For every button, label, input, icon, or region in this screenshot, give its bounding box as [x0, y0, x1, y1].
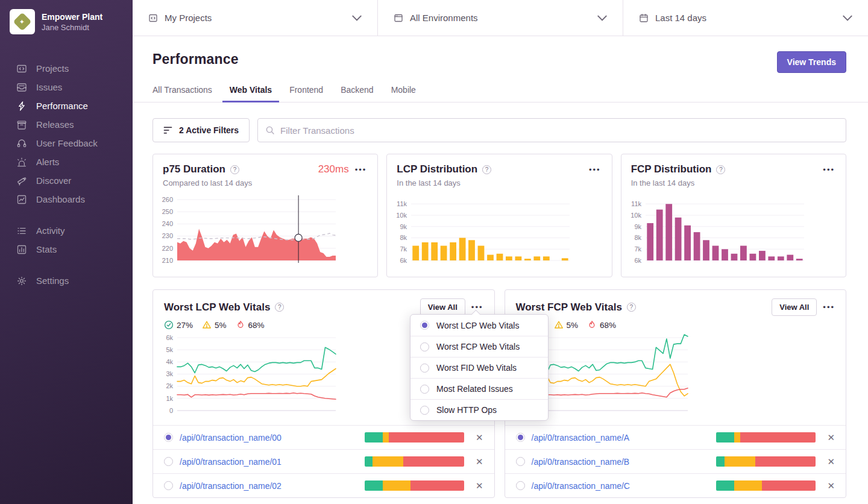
global-filter-last-14-days[interactable]: Last 14 days	[623, 0, 868, 36]
help-icon[interactable]: ?	[716, 165, 725, 174]
vital-badge: 5%	[554, 320, 579, 330]
view-all-button[interactable]: View All	[772, 298, 817, 316]
card-context-dropdown: Worst LCP Web Vitals Worst FCP Web Vital…	[410, 314, 549, 421]
main-content: Performance View Trends All Transactions…	[133, 37, 868, 504]
transaction-radio[interactable]	[164, 481, 173, 490]
menu-item-slow-http-ops[interactable]: Slow HTTP Ops	[410, 399, 548, 420]
transaction-radio[interactable]	[164, 457, 173, 466]
menu-item-worst-fcp-web-vitals[interactable]: Worst FCP Web Vitals	[410, 336, 548, 357]
sidebar-item-stats[interactable]: Stats	[0, 240, 133, 259]
svg-text:11k: 11k	[397, 200, 407, 207]
transaction-link[interactable]: /api/0/transaction_name/01	[180, 457, 358, 467]
vitals-badges: 27%5%68%	[505, 316, 846, 330]
tab-backend[interactable]: Backend	[333, 79, 380, 102]
card-title: p75 Duration	[163, 163, 225, 175]
global-filter-my-projects[interactable]: My Projects	[133, 0, 377, 36]
transaction-link[interactable]: /api/0/transaction_name/A	[532, 433, 710, 443]
issues-icon	[16, 82, 27, 93]
chevron-down-icon	[843, 13, 852, 23]
transaction-radio[interactable]	[516, 433, 525, 442]
vital-distribution-bar	[716, 456, 816, 467]
dashboards-icon	[16, 194, 27, 205]
active-filters-button[interactable]: 2 Active Filters	[153, 118, 250, 142]
tab-mobile[interactable]: Mobile	[384, 79, 423, 102]
close-icon[interactable]: ✕	[827, 433, 835, 442]
view-all-button[interactable]: View All	[420, 298, 465, 316]
filter-label: All Environments	[410, 13, 591, 23]
sidebar-item-alerts[interactable]: Alerts	[0, 153, 133, 171]
sidebar-item-issues[interactable]: Issues	[0, 78, 133, 96]
svg-text:1k: 1k	[166, 395, 173, 402]
close-icon[interactable]: ✕	[476, 481, 483, 490]
tab-web-vitals[interactable]: Web Vitals	[222, 79, 279, 102]
tab-frontend[interactable]: Frontend	[282, 79, 330, 102]
help-icon[interactable]: ?	[482, 165, 491, 174]
calendar-icon	[639, 13, 649, 23]
sidebar-item-releases[interactable]: Releases	[0, 115, 133, 134]
card-context-menu-icon[interactable]: •••	[354, 165, 368, 175]
menu-item-most-related-issues[interactable]: Most Related Issues	[410, 378, 548, 399]
sidebar-item-performance[interactable]: Performance	[0, 96, 133, 115]
menu-item-label: Most Related Issues	[436, 384, 513, 394]
card-context-menu-icon[interactable]: •••	[588, 165, 602, 175]
discover-icon	[16, 175, 27, 186]
svg-text:2k: 2k	[166, 382, 173, 389]
vital-bar-segment	[716, 480, 734, 491]
sidebar-item-user-feedback[interactable]: User Feedback	[0, 134, 133, 153]
help-icon[interactable]: ?	[627, 303, 636, 312]
vital-bar-segment	[725, 456, 755, 467]
sidebar-item-discover[interactable]: Discover	[0, 171, 133, 190]
transaction-search	[257, 118, 846, 142]
menu-item-worst-lcp-web-vitals[interactable]: Worst LCP Web Vitals	[410, 315, 548, 336]
org-switcher[interactable]: ✦ Empower Plant Jane Schmidt	[0, 0, 133, 43]
help-icon[interactable]: ?	[275, 303, 284, 312]
card-context-menu-icon[interactable]: •••	[822, 165, 836, 175]
sidebar-item-settings[interactable]: Settings	[0, 271, 133, 290]
transaction-link[interactable]: /api/0/transaction_name/B	[532, 457, 710, 467]
transaction-radio[interactable]	[516, 481, 525, 490]
badge-value: 68%	[248, 321, 265, 330]
sidebar-nav: ProjectsIssuesPerformanceReleasesUser Fe…	[0, 59, 133, 290]
transaction-radio[interactable]	[516, 457, 525, 466]
close-icon[interactable]: ✕	[476, 457, 483, 466]
card-title: Worst FCP Web Vitals	[516, 301, 622, 313]
alerts-icon	[16, 157, 27, 168]
worst-lcp-chart: 6k5k4k3k2k1k0	[158, 330, 339, 419]
card-title: LCP Distribution	[397, 163, 477, 175]
tab-all-transactions[interactable]: All Transactions	[145, 79, 219, 102]
user-feedback-icon	[16, 138, 27, 149]
badge-value: 5%	[567, 321, 579, 330]
transaction-link[interactable]: /api/0/transaction_name/00	[180, 433, 358, 443]
transaction-link[interactable]: /api/0/transaction_name/C	[532, 481, 710, 491]
vital-bar-segment	[716, 456, 724, 467]
transaction-row: /api/0/transaction_name/A ✕	[505, 425, 846, 449]
svg-text:210: 210	[162, 257, 173, 264]
close-icon[interactable]: ✕	[827, 457, 835, 466]
global-filter-all-environments[interactable]: All Environments	[377, 0, 623, 36]
transaction-radio[interactable]	[164, 433, 173, 442]
badge-value: 27%	[177, 321, 193, 330]
menu-item-worst-fid-web-vitals[interactable]: Worst FID Web Vitals	[410, 357, 548, 378]
vital-bar-segment	[755, 456, 816, 467]
svg-text:8k: 8k	[400, 234, 407, 241]
search-input[interactable]	[280, 125, 838, 136]
svg-text:250: 250	[162, 208, 173, 215]
svg-text:11k: 11k	[631, 200, 641, 207]
transaction-link[interactable]: /api/0/transaction_name/02	[180, 481, 358, 491]
project-icon	[148, 13, 158, 23]
close-icon[interactable]: ✕	[476, 433, 483, 442]
card-title: FCP Distribution	[631, 163, 712, 175]
sidebar-item-projects[interactable]: Projects	[0, 59, 133, 78]
help-icon[interactable]: ?	[230, 165, 239, 174]
org-user: Jane Schmidt	[42, 23, 102, 32]
menu-item-label: Worst FID Web Vitals	[436, 363, 517, 373]
svg-text:230: 230	[162, 232, 173, 239]
close-icon[interactable]: ✕	[827, 481, 835, 490]
card-context-menu-icon[interactable]: •••	[822, 302, 836, 312]
vital-bar-segment	[716, 432, 734, 443]
performance-tabs: All TransactionsWeb VitalsFrontendBacken…	[133, 79, 868, 102]
sidebar-item-label: User Feedback	[36, 138, 98, 148]
sidebar-item-activity[interactable]: Activity	[0, 221, 133, 240]
view-trends-button[interactable]: View Trends	[777, 51, 846, 73]
sidebar-item-dashboards[interactable]: Dashboards	[0, 190, 133, 209]
